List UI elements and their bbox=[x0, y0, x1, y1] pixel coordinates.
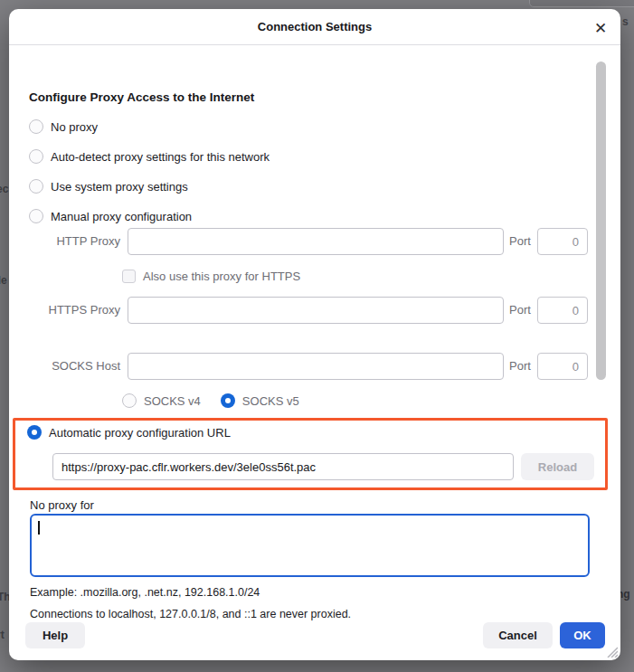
radio-label: Auto-detect proxy settings for this netw… bbox=[51, 150, 270, 164]
socks-host-label: SOCKS Host bbox=[27, 353, 120, 380]
radio-icon[interactable] bbox=[29, 209, 43, 223]
backdrop-text-fragment: rt bbox=[0, 629, 5, 641]
dialog-title: Connection Settings bbox=[9, 9, 620, 45]
no-proxy-note-text: Connections to localhost, 127.0.0.1/8, a… bbox=[30, 608, 351, 620]
radio-socks-v5[interactable] bbox=[221, 393, 235, 408]
https-proxy-input[interactable] bbox=[128, 297, 504, 324]
no-proxy-for-label: No proxy for bbox=[30, 498, 94, 512]
radio-icon[interactable] bbox=[29, 179, 43, 194]
http-port-input[interactable] bbox=[537, 228, 588, 255]
dimmed-browser-toolbar-fragment bbox=[529, 0, 634, 7]
radio-system-proxy[interactable]: Use system proxy settings bbox=[29, 179, 188, 194]
radio-icon[interactable] bbox=[29, 119, 43, 134]
radio-label: No proxy bbox=[51, 120, 98, 134]
backdrop-text-fragment: s bbox=[622, 15, 629, 28]
socks-v4-label: SOCKS v4 bbox=[144, 394, 201, 408]
cancel-button[interactable]: Cancel bbox=[483, 622, 553, 648]
dialog-header: Connection Settings ✕ bbox=[9, 9, 620, 45]
https-port-input[interactable] bbox=[537, 297, 588, 324]
resize-grip-icon[interactable] bbox=[604, 644, 618, 658]
socks-version-row: SOCKS v4 SOCKS v5 bbox=[122, 393, 299, 408]
socks-port-label: Port bbox=[509, 353, 531, 380]
radio-label: Manual proxy configuration bbox=[51, 210, 192, 223]
ok-button[interactable]: OK bbox=[560, 622, 605, 648]
http-port-label: Port bbox=[509, 228, 531, 255]
checkbox-also-use-https[interactable]: Also use this proxy for HTTPS bbox=[122, 270, 300, 283]
radio-auto-proxy-url[interactable]: Automatic proxy configuration URL bbox=[27, 425, 231, 440]
https-port-label: Port bbox=[509, 297, 531, 324]
http-proxy-input[interactable] bbox=[128, 228, 504, 255]
no-proxy-example-text: Example: .mozilla.org, .net.nz, 192.168.… bbox=[30, 586, 260, 599]
scrollbar-thumb[interactable] bbox=[596, 62, 606, 380]
page-title: Configure Proxy Access to the Internet bbox=[29, 90, 254, 104]
https-proxy-label: HTTPS Proxy bbox=[27, 297, 120, 324]
radio-manual-proxy[interactable]: Manual proxy configuration bbox=[29, 209, 192, 223]
radio-no-proxy[interactable]: No proxy bbox=[29, 119, 98, 134]
socks-v5-label: SOCKS v5 bbox=[242, 394, 299, 408]
http-proxy-label: HTTP Proxy bbox=[27, 228, 120, 255]
socks-host-input[interactable] bbox=[128, 353, 504, 380]
reload-button[interactable]: Reload bbox=[521, 453, 594, 480]
checkbox-icon[interactable] bbox=[122, 270, 136, 283]
radio-icon[interactable] bbox=[29, 149, 43, 164]
radio-icon-selected[interactable] bbox=[27, 425, 42, 440]
backdrop-text-fragment: Me bbox=[0, 274, 7, 287]
radio-label: Use system proxy settings bbox=[51, 180, 188, 194]
radio-auto-detect[interactable]: Auto-detect proxy settings for this netw… bbox=[29, 149, 270, 164]
dimmed-backdrop: { "window": { "title": "Connection Setti… bbox=[0, 0, 634, 672]
backdrop-text-fragment: ec bbox=[0, 183, 8, 195]
socks-port-input[interactable] bbox=[537, 353, 588, 380]
checkbox-label: Also use this proxy for HTTPS bbox=[143, 270, 300, 283]
close-icon[interactable]: ✕ bbox=[591, 18, 610, 38]
no-proxy-for-textarea[interactable] bbox=[30, 514, 590, 577]
radio-socks-v4[interactable] bbox=[122, 393, 137, 408]
radio-label: Automatic proxy configuration URL bbox=[49, 426, 231, 440]
help-button[interactable]: Help bbox=[25, 622, 85, 648]
connection-settings-dialog: Connection Settings ✕ Configure Proxy Ac… bbox=[9, 9, 620, 660]
proxy-url-input[interactable] bbox=[52, 453, 514, 480]
